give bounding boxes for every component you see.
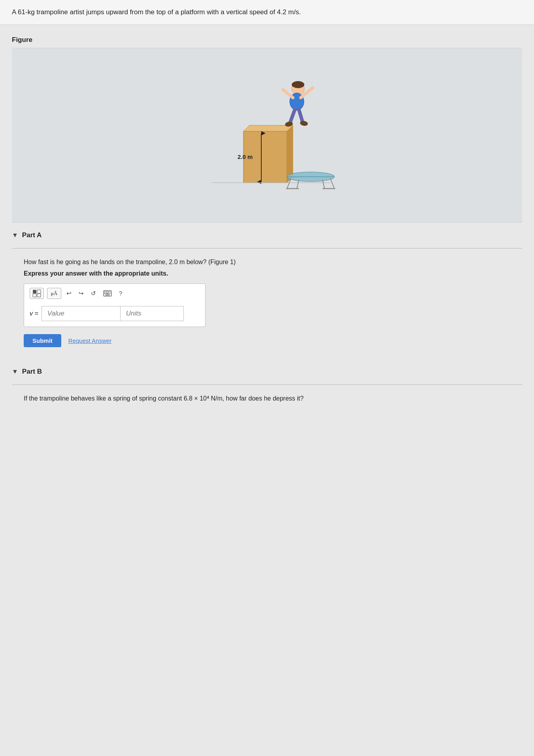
svg-rect-30 [108,291,109,293]
part-b-section: ▼ Part B If the trampoline behaves like … [0,359,534,418]
svg-rect-26 [37,294,41,297]
figure-container: 2.0 m [12,48,522,223]
figure-svg: 2.0 m [192,64,342,206]
value-input[interactable] [42,306,121,321]
matrix-icon [32,289,41,297]
part-b-title: Part B [22,368,42,376]
matrix-icon-button[interactable] [30,288,44,299]
input-row: v = [30,306,200,321]
part-a-title: Part A [22,231,42,239]
part-a-header[interactable]: ▼ Part A [12,223,522,248]
units-input[interactable] [121,306,184,321]
svg-rect-25 [33,294,36,297]
svg-rect-33 [106,293,109,294]
undo-button[interactable]: ↩ [64,289,74,298]
page-wrapper: A 61-kg trampoline artist jumps upward f… [0,0,534,418]
problem-statement-text: A 61-kg trampoline artist jumps upward f… [12,8,301,16]
help-button[interactable]: ? [117,289,124,297]
svg-rect-34 [110,293,111,294]
svg-rect-28 [104,291,106,293]
svg-line-16 [283,90,293,98]
svg-line-8 [330,179,334,189]
svg-rect-35 [105,295,110,295]
svg-line-18 [290,110,295,123]
part-b-question: If the trampoline behaves like a spring … [24,394,510,403]
answer-box: μÅ ↩ ↪ ↺ [24,284,206,327]
keyboard-icon [103,290,112,297]
svg-line-9 [297,180,299,189]
redo-button[interactable]: ↪ [77,289,86,298]
v-label: v = [30,310,38,317]
figure-section: Figure [0,25,534,223]
svg-line-10 [323,180,325,189]
svg-rect-29 [106,291,108,293]
svg-text:2.0 m: 2.0 m [238,153,253,160]
reset-button[interactable]: ↺ [89,289,98,298]
part-b-header[interactable]: ▼ Part B [12,359,522,385]
part-a-section: ▼ Part A How fast is he going as he land… [0,223,534,359]
svg-rect-23 [33,290,36,293]
svg-point-22 [292,81,304,88]
svg-rect-24 [37,290,41,293]
svg-marker-1 [243,125,293,131]
part-a-question: How fast is he going as he lands on the … [24,257,510,267]
svg-line-19 [299,110,303,123]
figure-label: Figure [12,25,522,48]
request-answer-button[interactable]: Request Answer [68,337,111,344]
part-a-chevron: ▼ [12,232,18,239]
help-label: ? [119,290,122,297]
submit-row: Submit Request Answer [24,334,510,347]
svg-rect-32 [104,293,106,294]
keyboard-button[interactable] [101,289,114,297]
part-b-chevron: ▼ [12,368,18,375]
part-b-content: If the trampoline behaves like a spring … [12,385,522,418]
part-a-instructions: Express your answer with the appropriate… [24,270,510,277]
submit-button[interactable]: Submit [24,334,61,347]
mu-label: μÅ [51,290,57,297]
mu-icon-button[interactable]: μÅ [47,288,61,299]
part-a-content: How fast is he going as he lands on the … [12,249,522,359]
toolbar: μÅ ↩ ↪ ↺ [30,288,200,302]
svg-rect-31 [110,291,111,293]
problem-statement: A 61-kg trampoline artist jumps upward f… [0,0,534,25]
